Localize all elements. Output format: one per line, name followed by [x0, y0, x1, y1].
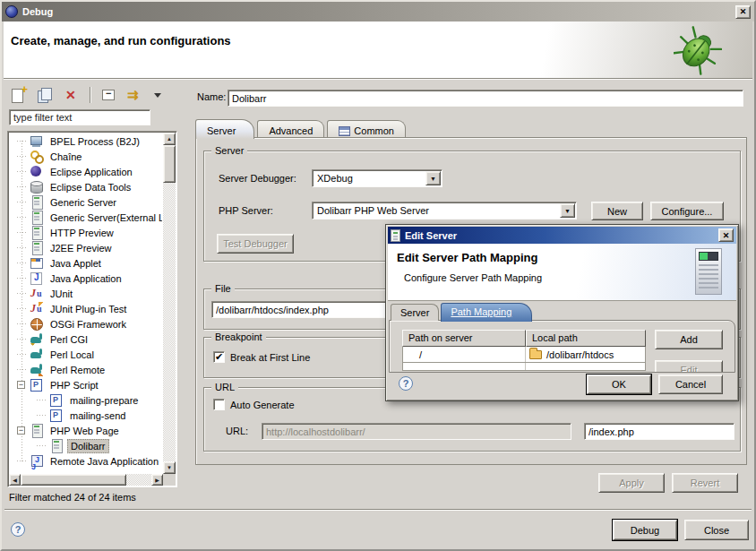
tree-connector — [17, 369, 28, 370]
file-group-label: File — [211, 283, 235, 294]
test-debugger-button: Test Debugger — [217, 234, 294, 254]
scrollbar-corner — [163, 474, 176, 486]
cancel-button[interactable]: Cancel — [658, 375, 723, 394]
scroll-up-icon[interactable]: ▲ — [163, 133, 176, 145]
bpel-process-icon — [30, 134, 45, 148]
column-header-local-path[interactable]: Local path — [526, 330, 646, 347]
junit-plugin-icon — [30, 302, 45, 315]
collapse-toggle-icon[interactable]: − — [17, 381, 25, 389]
tree-item[interactable]: JUnit — [10, 286, 162, 301]
tree-connector — [17, 263, 28, 263]
configurations-toolbar — [9, 84, 162, 106]
tab-server[interactable]: Server — [195, 119, 254, 139]
tree-connector — [17, 232, 28, 233]
tree-item[interactable]: −PHP Script — [10, 377, 162, 392]
tree-connector — [17, 156, 28, 157]
debug-button[interactable]: Debug — [613, 520, 677, 540]
help-icon[interactable]: ? — [11, 522, 25, 537]
table-header-row: Path on server Local path — [402, 330, 646, 347]
delete-icon[interactable] — [63, 87, 81, 103]
dialog-tab-path-mapping[interactable]: Path Mapping — [441, 303, 532, 322]
tree-item[interactable]: mailing-send — [10, 408, 162, 423]
tree-item[interactable]: Dolibarr — [10, 438, 162, 453]
tree-item-label: JUnit Plug-in Test — [47, 303, 129, 315]
tree-item[interactable]: Eclipse Data Tools — [10, 179, 162, 194]
close-button[interactable]: Close — [684, 520, 749, 540]
tree-item-label: Eclipse Application — [47, 166, 135, 178]
vertical-scroll-thumb[interactable] — [163, 145, 176, 183]
name-label: Name: — [197, 91, 226, 102]
filter-input[interactable] — [9, 109, 150, 125]
ok-button[interactable]: OK — [587, 375, 651, 394]
tree-rows: BPEL Process (B2J)ChaîneEclipse Applicat… — [10, 133, 162, 473]
empty-cell — [526, 363, 645, 370]
scroll-left-icon[interactable]: ◀ — [9, 474, 21, 486]
add-mapping-button[interactable]: Add — [655, 330, 723, 349]
tree-item[interactable]: OSGi Framework — [10, 316, 162, 331]
tree-connector — [17, 171, 28, 172]
tree-item[interactable]: Eclipse Application — [10, 164, 162, 179]
tree-item[interactable]: Perl CGI — [10, 331, 162, 347]
collapse-all-icon[interactable] — [99, 87, 117, 103]
scroll-down-icon[interactable]: ▼ — [163, 461, 176, 474]
duplicate-icon[interactable] — [36, 87, 54, 103]
eclipse-logo-icon — [5, 5, 18, 18]
tree-item-label: mailing-send — [67, 409, 128, 422]
url-path-input[interactable] — [584, 423, 735, 440]
tree-item-label: JUnit — [47, 288, 75, 300]
tree-item[interactable]: mailing-prepare — [10, 392, 162, 408]
close-dialog-icon[interactable]: ✕ — [718, 228, 734, 242]
tree-item[interactable]: Java Applet — [10, 255, 162, 271]
scroll-right-icon[interactable]: ▶ — [151, 474, 163, 486]
dialog-title-bar: Edit Server ✕ — [388, 227, 736, 244]
path-mapping-content: Path on server Local path //dolibarr/htd… — [389, 320, 735, 373]
toolbar-menu-caret-icon[interactable] — [153, 87, 162, 103]
tree-item[interactable]: BPEL Process (B2J) — [10, 133, 162, 149]
apply-button-label: Apply — [619, 478, 644, 488]
tree-item[interactable]: J2EE Preview — [10, 240, 162, 255]
auto-generate-row: Auto Generate — [213, 399, 295, 410]
tree-item[interactable]: Perl Remote — [10, 362, 162, 377]
tree-item[interactable]: HTTP Preview — [10, 225, 162, 240]
tree-item[interactable]: JUnit Plug-in Test — [10, 301, 162, 316]
collapse-toggle-icon[interactable]: − — [17, 426, 25, 435]
tree-item-label: mailing-prepare — [67, 394, 141, 407]
tree-horizontal-scrollbar[interactable]: ◀ ▶ — [9, 474, 163, 486]
name-input[interactable] — [228, 90, 743, 107]
dialog-tab-server-label: Server — [400, 307, 429, 318]
table-row[interactable]: //dolibarr/htdocs — [402, 347, 646, 363]
dialog-tab-server[interactable]: Server — [391, 304, 439, 321]
tab-advanced[interactable]: Advanced — [257, 120, 324, 138]
tree-connector — [17, 278, 28, 279]
configure-server-button[interactable]: Configure... — [650, 202, 724, 220]
tree-item[interactable]: Remote Java Application — [10, 453, 162, 469]
break-first-line-checkbox[interactable]: ✔ — [213, 351, 225, 363]
tab-common[interactable]: Common — [327, 120, 406, 138]
help-icon[interactable]: ? — [399, 376, 413, 391]
tree-item[interactable]: Java Application — [10, 271, 162, 286]
column-header-path-on-server[interactable]: Path on server — [402, 330, 526, 347]
tab-common-label: Common — [354, 125, 394, 136]
server-icon — [30, 195, 45, 209]
tree-item[interactable]: Generic Server(External La — [10, 210, 162, 225]
path-on-server-cell: / — [403, 347, 526, 362]
filter-icon[interactable] — [126, 87, 144, 103]
horizontal-scroll-thumb[interactable] — [21, 474, 126, 486]
chevron-down-icon[interactable]: ▼ — [560, 203, 575, 218]
php-file-icon — [49, 409, 64, 422]
new-server-button[interactable]: New — [591, 202, 643, 220]
tree-item[interactable]: Generic Server — [10, 194, 162, 210]
server-debugger-select[interactable]: XDebug ▼ — [312, 169, 442, 187]
revert-button: Revert — [672, 473, 738, 493]
server-debugger-label: Server Debugger: — [219, 173, 296, 184]
auto-generate-checkbox[interactable] — [213, 399, 225, 410]
tree-item[interactable]: −PHP Web Page — [10, 423, 162, 438]
chain-icon — [30, 150, 45, 163]
close-window-icon[interactable]: ✕ — [735, 5, 751, 19]
tree-vertical-scrollbar[interactable]: ▲ ▼ — [163, 133, 176, 474]
tree-item[interactable]: Chaîne — [10, 149, 162, 164]
php-server-select[interactable]: Dolibarr PHP Web Server ▼ — [312, 202, 577, 220]
new-configuration-icon[interactable] — [9, 87, 27, 103]
chevron-down-icon[interactable]: ▼ — [425, 171, 441, 185]
tree-item[interactable]: Perl Local — [10, 347, 162, 362]
